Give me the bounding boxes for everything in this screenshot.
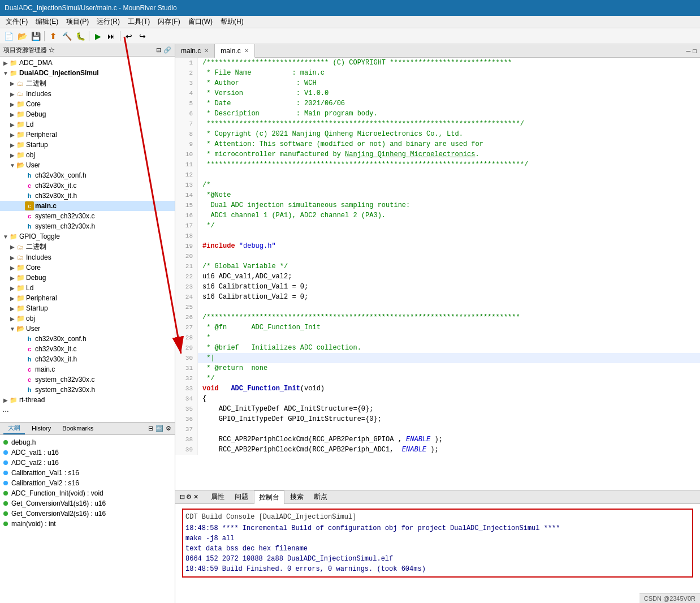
tree-file-sys-h1[interactable]: h system_ch32v30x.h	[0, 221, 175, 231]
tab-bookmarks[interactable]: Bookmarks	[58, 424, 98, 434]
bottom-tab-problems[interactable]: 问题	[230, 490, 253, 504]
project-label: rt-thread	[19, 396, 45, 404]
tree-folder-obj2[interactable]: ▶ 📁 obj	[0, 313, 175, 324]
tree-folder-binary2[interactable]: ▶ 🗂 二进制	[0, 242, 175, 252]
bottom-tab-search[interactable]: 搜索	[286, 490, 308, 504]
minimize-bottom-icon[interactable]: ⊟	[180, 493, 185, 501]
folder-label: Startup	[26, 304, 48, 312]
collapse-icon[interactable]: ⊟	[148, 425, 153, 432]
toolbar-clean[interactable]: 🔨	[61, 30, 73, 42]
menu-edit[interactable]: 编辑(E)	[32, 16, 62, 28]
folder-label: User	[26, 161, 40, 169]
menu-run[interactable]: 运行(R)	[93, 16, 123, 28]
toolbar-new[interactable]: 📄	[2, 30, 15, 42]
tree-folder-user2[interactable]: ▼ 📂 User	[0, 324, 175, 334]
bottom-tab-properties[interactable]: 属性	[206, 490, 229, 504]
tree-folder-user1[interactable]: ▼ 📂 User	[0, 160, 175, 170]
outline-item-main[interactable]: main(void) : int	[0, 519, 175, 529]
tree-project-adc-dma[interactable]: ▶ 📁 ADC_DMA	[0, 58, 175, 68]
tab-close-icon[interactable]: ✕	[244, 48, 249, 54]
outline-item-debug[interactable]: debug.h	[0, 437, 175, 447]
bottom-tab-console[interactable]: 控制台	[254, 490, 284, 504]
tree-folder-ld1[interactable]: ▶ 📁 Ld	[0, 119, 175, 130]
editor-tab-1[interactable]: main.c ✕	[175, 44, 215, 58]
menu-flash[interactable]: 闪存(F)	[154, 16, 183, 28]
menu-tools[interactable]: 工具(T)	[124, 16, 153, 28]
toolbar-debug[interactable]: 🐛	[74, 30, 87, 42]
sort-icon[interactable]: 🔤	[155, 425, 163, 432]
outline-dot	[3, 450, 8, 455]
tree-file-sys-c1[interactable]: c system_ch32v30x.c	[0, 211, 175, 221]
outline-item-adcval1[interactable]: ADC_val1 : u16	[0, 447, 175, 458]
tree-folder-debug1[interactable]: ▶ 📁 Debug	[0, 109, 175, 119]
toolbar-redo[interactable]: ↪	[136, 30, 149, 42]
line-content: ADC1 channel 1 (PA1), ADC2 channel 2 (PA…	[198, 210, 386, 221]
tree-folder-ld2[interactable]: ▶ 📁 Ld	[0, 283, 175, 293]
tree-folder-peripheral1[interactable]: ▶ 📁 Peripheral	[0, 130, 175, 140]
toolbar-open[interactable]: 📂	[16, 30, 28, 42]
tree-file-main-c2[interactable]: c main.c	[0, 364, 175, 374]
filter-icon[interactable]: ⚙	[166, 425, 171, 432]
tree-file-it-c1[interactable]: c ch32v30x_it.c	[0, 180, 175, 191]
minimize-icon[interactable]: ─	[686, 48, 691, 54]
outline-item-calval1[interactable]: Calibrattion_Val1 : s16	[0, 468, 175, 478]
maximize-icon[interactable]: □	[693, 48, 697, 54]
link-editor-icon[interactable]: 🔗	[163, 46, 171, 54]
bottom-tab-breakpoints[interactable]: 断点	[309, 490, 332, 504]
toolbar-undo[interactable]: ↩	[123, 30, 135, 42]
tree-project-rtthread[interactable]: ▶ 📁 rt-thread	[0, 395, 175, 405]
menu-project[interactable]: 项目(P)	[63, 16, 92, 28]
tree-folder-binary1[interactable]: ▶ 🗂 二进制	[0, 78, 175, 89]
line-number: 34	[175, 394, 198, 404]
outline-header: 大纲 History Bookmarks ⊟ 🔤 ⚙	[0, 423, 175, 435]
tree-project-dualadc[interactable]: ▼ 📁 DualADC_InjectionSimul	[0, 68, 175, 78]
toolbar-run[interactable]: ▶	[92, 30, 104, 42]
tree-file-sys-h2[interactable]: h system_ch32v30x.h	[0, 385, 175, 395]
tab-outline[interactable]: 大纲	[3, 423, 25, 434]
tree-file-it-c2[interactable]: c ch32v30x_it.c	[0, 344, 175, 354]
editor-tab-2[interactable]: main.c ✕	[215, 44, 254, 58]
tree-file-sys-c2[interactable]: c system_ch32v30x.c	[0, 374, 175, 385]
tree-file-conf-h2[interactable]: h ch32v30x_conf.h	[0, 334, 175, 344]
tree-file-it-h1[interactable]: h ch32v30x_it.h	[0, 191, 175, 201]
outline-item-getconv1[interactable]: Get_ConversionVal1(s16) : u16	[0, 498, 175, 509]
tree-folder-debug2[interactable]: ▶ 📁 Debug	[0, 273, 175, 283]
tab-history[interactable]: History	[27, 424, 55, 434]
menu-help[interactable]: 帮助(H)	[217, 16, 247, 28]
tree-file-main-c1[interactable]: c main.c	[0, 201, 175, 211]
code-line-13: 13 /*	[175, 180, 700, 190]
outline-item-adcfninit[interactable]: ADC_Function_Init(void) : void	[0, 488, 175, 498]
tree-folder-core2[interactable]: ▶ 📁 Core	[0, 262, 175, 273]
tree-project-gpio[interactable]: ▼ 📁 GPIO_Toggle	[0, 231, 175, 242]
tree-folder-includes2[interactable]: ▶ 🗂 Includes	[0, 252, 175, 262]
menu-window[interactable]: 窗口(W)	[185, 16, 216, 28]
outline-label: ADC_val2 : u16	[11, 459, 59, 467]
line-content: RCC_APB2PeriphClockCmd(RCC_APB2Periph_AD…	[198, 445, 439, 455]
menu-file[interactable]: 文件(F)	[2, 16, 31, 28]
outline-tabs: 大纲 History Bookmarks	[3, 423, 98, 434]
toolbar-step[interactable]: ⏭	[105, 30, 118, 42]
folder-label: Startup	[26, 141, 48, 149]
tree-file-it-h2[interactable]: h ch32v30x_it.h	[0, 354, 175, 364]
tree-folder-startup1[interactable]: ▶ 📁 Startup	[0, 140, 175, 150]
tree-file-conf-h1[interactable]: h ch32v30x_conf.h	[0, 170, 175, 180]
tree-folder-startup2[interactable]: ▶ 📁 Startup	[0, 303, 175, 313]
toolbar-build[interactable]: ⬆	[47, 30, 59, 42]
code-editor[interactable]: 1 /****************************** (C) CO…	[175, 58, 700, 490]
tree-folder-includes1[interactable]: ▶ 🗂 Includes	[0, 89, 175, 99]
code-line-7: 7 **************************************…	[175, 119, 700, 129]
outline-item-getconv2[interactable]: Get_ConversionVal2(s16) : u16	[0, 509, 175, 519]
outline-item-adcval2[interactable]: ADC_val2 : u16	[0, 458, 175, 468]
project-icon: 📁	[9, 232, 18, 241]
tree-folder-obj1[interactable]: ▶ 📁 obj	[0, 150, 175, 160]
outline-panel: 大纲 History Bookmarks ⊟ 🔤 ⚙ debug.h ADC_	[0, 422, 175, 603]
tab-close-icon[interactable]: ✕	[204, 48, 209, 54]
toolbar-save[interactable]: 💾	[29, 30, 42, 42]
tree-folder-core1[interactable]: ▶ 📁 Core	[0, 99, 175, 109]
tree-folder-peripheral2[interactable]: ▶ 📁 Peripheral	[0, 293, 175, 303]
outline-dot	[3, 440, 8, 445]
outline-item-calval2[interactable]: Calibrattion_Val2 : s16	[0, 478, 175, 488]
collapse-all-icon[interactable]: ⊟	[156, 46, 161, 54]
code-line-2: 2 * File Name : main.c	[175, 68, 700, 78]
tree-more[interactable]: …	[0, 405, 175, 414]
